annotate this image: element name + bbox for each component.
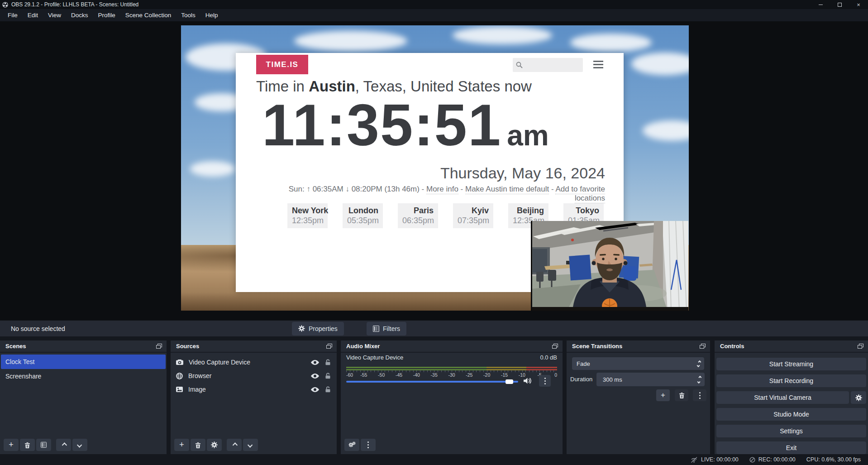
menu-scene-collection[interactable]: Scene Collection	[120, 9, 176, 21]
gear-icon	[298, 325, 305, 332]
dots-vertical-icon	[699, 395, 701, 396]
trash-icon	[195, 442, 201, 448]
cloud	[453, 26, 552, 44]
eye-visible-icon[interactable]	[311, 387, 319, 392]
menu-help[interactable]: Help	[200, 9, 223, 21]
scenes-header[interactable]: Scenes	[0, 340, 167, 353]
close-button[interactable]: ×	[849, 0, 868, 9]
maximize-button[interactable]	[830, 0, 849, 9]
menu-docks[interactable]: Docks	[66, 9, 93, 21]
camera-icon	[176, 360, 183, 365]
popout-icon	[552, 344, 558, 349]
exit-button[interactable]: Exit	[716, 441, 866, 454]
menu-file[interactable]: File	[3, 9, 23, 21]
search-icon	[516, 62, 523, 68]
cloud	[631, 53, 689, 75]
start-streaming-button[interactable]: Start Streaming	[716, 358, 866, 370]
move-scene-up-button[interactable]	[56, 439, 71, 451]
transition-menu-button[interactable]	[693, 389, 706, 401]
move-source-down-button[interactable]	[243, 439, 258, 451]
volume-slider[interactable]	[346, 381, 518, 383]
filters-icon	[41, 442, 47, 448]
obs-logo-icon	[2, 2, 8, 8]
transition-select[interactable]: Fade	[572, 357, 704, 370]
remove-transition-button[interactable]	[675, 389, 688, 401]
sources-panel: Sources Video Capture Device Browser	[171, 340, 337, 454]
lock-icon[interactable]	[325, 359, 330, 365]
source-item-browser[interactable]: Browser	[171, 369, 337, 383]
plus-icon: +	[661, 391, 665, 400]
plus-icon: +	[9, 440, 14, 450]
add-source-button[interactable]: +	[174, 439, 189, 451]
preview-canvas[interactable]: TIME.IS Time in Austin, Texas, United St…	[181, 25, 689, 311]
source-item-video-capture[interactable]: Video Capture Device	[171, 355, 337, 369]
live-status: LIVE: 00:00:00	[690, 456, 739, 463]
start-virtual-camera-button[interactable]: Start Virtual Camera	[716, 391, 849, 404]
webcam-source	[531, 221, 688, 311]
scene-item-clock-test[interactable]: Clock Test	[1, 355, 166, 369]
stream-inactive-icon	[690, 457, 698, 463]
channel-menu-button[interactable]	[539, 375, 551, 387]
gear-icon	[352, 441, 356, 445]
obs-window: OBS 29.1.2 - Profile: LLHLS BETA - Scene…	[0, 0, 868, 465]
controls-panel: Controls Start Streaming Start Recording…	[715, 340, 868, 454]
minimize-button[interactable]	[811, 0, 830, 9]
source-toolbar: No source selected Properties Filters	[0, 320, 868, 336]
start-recording-button[interactable]: Start Recording	[716, 374, 866, 387]
mixer-menu-button[interactable]	[361, 439, 376, 451]
properties-button[interactable]: Properties	[292, 322, 344, 336]
volume-meter	[346, 367, 557, 368]
lock-icon[interactable]	[325, 373, 330, 379]
remove-scene-button[interactable]	[20, 439, 35, 451]
city-box: Kyiv07:35pm	[453, 203, 493, 228]
source-item-image[interactable]: Image	[171, 383, 337, 396]
duration-input[interactable]: 300 ms	[596, 373, 705, 386]
scene-item-screenshare[interactable]: Screenshare	[1, 369, 166, 384]
studio-mode-button[interactable]: Studio Mode	[716, 408, 866, 421]
menu-view[interactable]: View	[43, 9, 66, 21]
add-transition-button[interactable]: +	[656, 389, 670, 401]
spinner-arrows-icon[interactable]	[698, 376, 701, 383]
eye-visible-icon[interactable]	[311, 360, 319, 365]
filters-icon	[373, 326, 379, 332]
cloud	[190, 161, 235, 177]
clock-ampm: am	[507, 119, 549, 152]
menu-edit[interactable]: Edit	[23, 9, 43, 21]
close-icon: ×	[857, 1, 860, 8]
cpu-status: CPU: 0.6%, 30.00 fps	[806, 456, 861, 463]
combo-arrows-icon	[698, 361, 700, 367]
gear-icon	[211, 441, 218, 448]
controls-header[interactable]: Controls	[715, 340, 868, 353]
dots-vertical-icon	[544, 380, 546, 382]
sources-header[interactable]: Sources	[171, 340, 337, 353]
image-icon	[176, 387, 183, 392]
move-source-up-button[interactable]	[227, 439, 242, 451]
virtual-camera-config-button[interactable]	[851, 391, 866, 404]
source-properties-button[interactable]	[207, 439, 222, 451]
volume-slider-handle[interactable]	[506, 379, 513, 384]
remove-source-button[interactable]	[191, 439, 205, 451]
popout-icon	[156, 344, 162, 349]
city-box: Paris06:35pm	[398, 203, 438, 228]
transitions-header[interactable]: Scene Transitions	[567, 340, 710, 353]
city-box: New York12:35pm	[287, 203, 328, 228]
lock-icon[interactable]	[325, 386, 330, 393]
add-scene-button[interactable]: +	[4, 439, 19, 451]
advanced-audio-button[interactable]	[344, 439, 359, 451]
audio-mixer-header[interactable]: Audio Mixer	[341, 340, 563, 353]
timeis-sun-info: Sun: ↑ 06:35AM ↓ 08:20PM (13h 46m) - Mor…	[256, 185, 605, 203]
mixer-level-value: 0.0 dB	[540, 354, 557, 361]
plus-icon: +	[179, 440, 184, 450]
filters-button[interactable]: Filters	[367, 322, 406, 336]
timeis-logo: TIME.IS	[256, 55, 308, 74]
speaker-icon[interactable]	[524, 378, 532, 384]
eye-visible-icon[interactable]	[311, 374, 319, 379]
no-source-status: No source selected	[11, 325, 65, 332]
menu-profile[interactable]: Profile	[93, 9, 120, 21]
move-scene-down-button[interactable]	[72, 439, 87, 451]
settings-button[interactable]: Settings	[716, 425, 866, 437]
hamburger-menu-icon	[593, 61, 603, 70]
scene-filters-button[interactable]	[36, 439, 51, 451]
timeis-search-box	[513, 58, 583, 72]
menu-tools[interactable]: Tools	[176, 9, 200, 21]
